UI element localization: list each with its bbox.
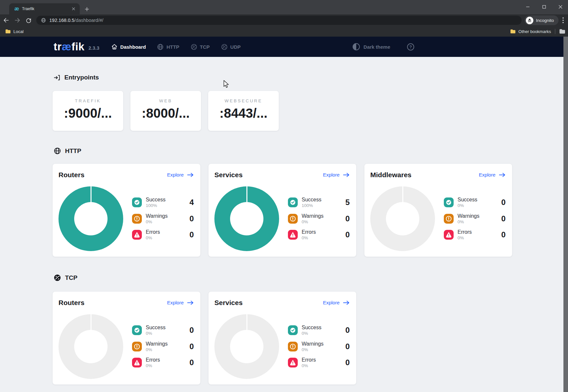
explore-link[interactable]: Explore xyxy=(323,300,350,305)
stat-label: Warnings xyxy=(146,341,168,347)
entrypoint-card-websecure: WEBSECURE :8443/... xyxy=(208,91,279,131)
error-icon xyxy=(288,230,298,240)
tcp-icon xyxy=(191,43,197,50)
site-info-globe-icon[interactable] xyxy=(41,18,46,23)
stat-percent: 0% xyxy=(146,363,160,368)
nav-item-udp[interactable]: UDP xyxy=(221,43,241,50)
bookmarks-bar: Local Other bookmarks xyxy=(0,26,568,37)
tcp-routers-card: Routers Explore Success0% 0 Warnings0% 0… xyxy=(53,292,200,384)
traefik-navbar: træfik 2.3.3 Dashboard HTTP TCP xyxy=(0,37,563,57)
explore-link[interactable]: Explore xyxy=(479,172,506,178)
tcp-icon xyxy=(54,274,61,281)
tab-close-icon[interactable] xyxy=(71,6,76,12)
folder-icon xyxy=(5,29,11,34)
other-bookmarks-button[interactable]: Other bookmarks xyxy=(510,29,551,34)
nav-item-dashboard[interactable]: Dashboard xyxy=(111,43,146,50)
success-icon xyxy=(288,325,298,335)
stat-success: Success100% 4 xyxy=(132,197,194,211)
nav-item-tcp[interactable]: TCP xyxy=(191,43,210,50)
explore-label: Explore xyxy=(167,172,184,178)
nav-label: UDP xyxy=(230,44,241,50)
stat-percent: 0% xyxy=(302,347,324,352)
url-path: /dashboard/#/ xyxy=(75,18,104,23)
stat-warnings: Warnings0% 0 xyxy=(132,342,194,355)
reload-button[interactable] xyxy=(24,15,33,25)
scrollbar[interactable] xyxy=(563,37,568,392)
tcp-heading: TCP xyxy=(54,274,77,281)
stat-label: Errors xyxy=(146,229,160,235)
error-icon xyxy=(132,358,142,367)
traefik-logo: træfik xyxy=(54,41,85,53)
stat-count: 0 xyxy=(190,358,194,367)
bookmarks-divider xyxy=(555,29,555,34)
donut-chart-tcp-routers xyxy=(58,314,123,379)
stat-label: Warnings xyxy=(146,213,168,219)
window-minimize-button[interactable] xyxy=(524,3,532,11)
stat-count: 0 xyxy=(345,342,350,351)
browser-menu-button[interactable] xyxy=(560,16,567,25)
stat-percent: 0% xyxy=(146,235,160,241)
bookmark-local[interactable]: Local xyxy=(5,29,24,34)
back-button[interactable] xyxy=(1,15,11,25)
browser-tab[interactable]: æ Traefik xyxy=(9,3,80,14)
hidden-bookmarks-folder-icon[interactable] xyxy=(559,29,565,34)
warning-icon xyxy=(132,342,142,351)
stat-errors: Errors0% 0 xyxy=(132,358,194,371)
stat-count: 0 xyxy=(501,214,506,223)
stat-count: 0 xyxy=(190,230,194,239)
card-title: Routers xyxy=(58,171,84,179)
traefik-version: 2.3.3 xyxy=(89,45,99,51)
stat-percent: 0% xyxy=(302,219,324,225)
entrypoint-label: WEBSECURE xyxy=(208,98,279,103)
tcp-services-card: Services Explore Success0% 0 Warnings0% … xyxy=(209,292,356,384)
stat-warnings: Warnings0% 0 xyxy=(288,342,350,355)
help-button[interactable]: ? xyxy=(407,43,415,51)
stat-label: Errors xyxy=(302,229,316,235)
arrow-right-icon xyxy=(187,300,194,305)
window-maximize-button[interactable] xyxy=(540,3,548,11)
stat-label: Success xyxy=(302,197,321,203)
dark-theme-toggle[interactable]: Dark theme xyxy=(352,43,390,51)
donut-chart-http-services xyxy=(214,186,279,251)
stat-count: 0 xyxy=(345,358,350,367)
udp-icon xyxy=(221,43,228,50)
stat-success: Success0% 0 xyxy=(444,197,506,211)
new-tab-button[interactable] xyxy=(83,5,91,13)
stat-percent: 100% xyxy=(146,203,165,208)
entrypoint-label: WEB xyxy=(130,98,201,103)
bookmark-label: Local xyxy=(13,29,24,34)
nav-item-http[interactable]: HTTP xyxy=(157,43,179,50)
stat-percent: 0% xyxy=(458,235,472,241)
donut-chart-tcp-services xyxy=(214,314,279,379)
section-title: TCP xyxy=(65,274,77,281)
entrypoint-port: :8443/... xyxy=(208,106,279,121)
incognito-badge: Incognito xyxy=(525,15,559,25)
card-title: Services xyxy=(214,171,242,179)
entrypoint-card-traefik: TRAEFIK :9000/... xyxy=(53,91,123,131)
http-middlewares-card: Middlewares Explore Success0% 0 Warnings… xyxy=(364,164,512,257)
explore-label: Explore xyxy=(323,300,340,305)
section-title: HTTP xyxy=(65,147,81,155)
stat-warnings: Warnings0% 0 xyxy=(444,214,506,227)
globe-icon xyxy=(157,43,164,50)
explore-link[interactable]: Explore xyxy=(167,300,194,305)
stat-errors: Errors0% 0 xyxy=(132,230,194,243)
stat-warnings: Warnings0% 0 xyxy=(288,214,350,227)
forward-button[interactable] xyxy=(12,15,22,25)
explore-link[interactable]: Explore xyxy=(323,172,350,178)
url-bar[interactable]: 192.168.0.5/dashboard/#/ xyxy=(36,16,522,25)
stat-errors: Errors0% 0 xyxy=(288,230,350,243)
warning-icon xyxy=(288,214,298,224)
svg-text:?: ? xyxy=(409,44,412,49)
entrypoint-port: :8000/... xyxy=(130,106,201,121)
explore-link[interactable]: Explore xyxy=(167,172,194,178)
stat-label: Warnings xyxy=(302,341,324,347)
window-close-button[interactable] xyxy=(556,3,565,11)
help-icon: ? xyxy=(407,43,415,51)
other-bookmarks-label: Other bookmarks xyxy=(518,29,551,34)
stat-count: 0 xyxy=(501,198,506,207)
card-title: Services xyxy=(214,299,242,307)
stat-label: Warnings xyxy=(302,213,324,219)
stat-percent: 0% xyxy=(302,331,321,336)
url-host: 192.168.0.5 xyxy=(49,18,75,23)
